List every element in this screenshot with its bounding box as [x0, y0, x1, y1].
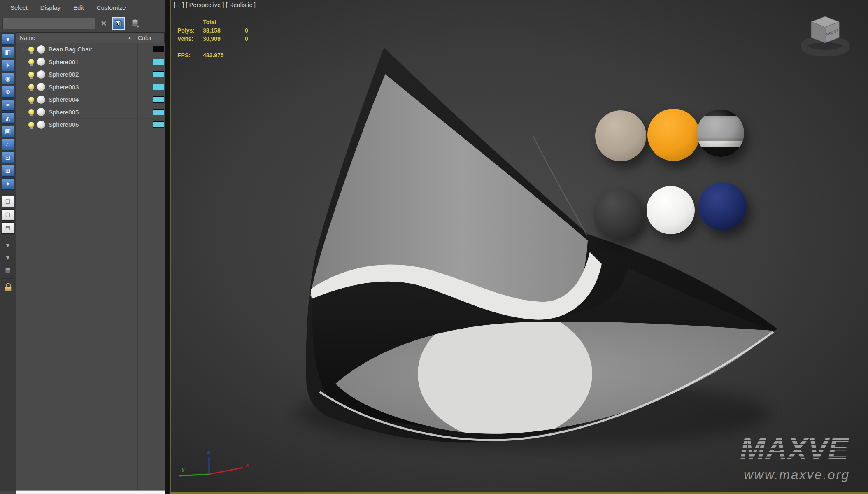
- object-sphere-icon: [37, 121, 45, 129]
- stats-total-header: Total: [203, 19, 245, 26]
- visibility-bulb-icon[interactable]: [28, 72, 34, 77]
- docked-panel-edge: [16, 490, 165, 494]
- menu-customize[interactable]: Customize: [97, 4, 126, 11]
- object-color-swatch[interactable]: [153, 71, 164, 77]
- object-sphere-icon: [37, 96, 45, 104]
- table-row[interactable]: Sphere001: [16, 56, 165, 69]
- display-helpers-icon[interactable]: ⊕: [2, 86, 14, 98]
- display-xrefs-icon[interactable]: ⊡: [2, 152, 14, 163]
- material-sphere-charcoal[interactable]: [593, 189, 643, 238]
- archive-icon[interactable]: ▦: [2, 265, 14, 275]
- display-cameras-icon[interactable]: ◉: [2, 73, 14, 84]
- verts-delta: 0: [245, 35, 262, 42]
- object-sphere-icon: [37, 83, 45, 91]
- visibility-bulb-icon[interactable]: [28, 84, 34, 90]
- object-color-swatch[interactable]: [153, 109, 164, 115]
- material-sphere-navy[interactable]: [698, 182, 747, 231]
- display-containers-icon[interactable]: ▣: [2, 126, 14, 137]
- visibility-bulb-icon[interactable]: [28, 59, 34, 65]
- visibility-bulb-icon[interactable]: [28, 109, 34, 115]
- toolbar-divider: [2, 193, 14, 193]
- object-name: Sphere006: [49, 121, 79, 128]
- search-input[interactable]: [2, 18, 95, 29]
- viewcube[interactable]: FRONT: [796, 8, 854, 58]
- object-color-swatch[interactable]: [153, 84, 164, 90]
- table-row[interactable]: Bean Bag Chair: [16, 43, 165, 56]
- filter-settings-icon[interactable]: ▼: [2, 252, 14, 263]
- material-sphere-orange[interactable]: [647, 109, 700, 161]
- display-shapes-icon[interactable]: ◧: [2, 47, 14, 58]
- material-sphere-white[interactable]: [647, 186, 695, 234]
- fps-label: FPS:: [177, 52, 203, 58]
- display-lights-icon[interactable]: ☀: [2, 60, 14, 71]
- viewport-label[interactable]: [ + ] [ Perspective ] [ Realistic ]: [174, 2, 256, 8]
- visibility-bulb-icon[interactable]: [28, 122, 34, 128]
- table-row[interactable]: Sphere002: [16, 68, 165, 81]
- menu-edit[interactable]: Edit: [73, 4, 84, 11]
- display-assemblies-icon[interactable]: ⊞: [2, 165, 14, 177]
- axis-y-label: y: [182, 465, 185, 472]
- visibility-bulb-icon[interactable]: [28, 47, 34, 52]
- world-axis-gizmo: z x y: [171, 436, 261, 494]
- menu-display[interactable]: Display: [40, 4, 61, 11]
- notes-icon[interactable]: ▤: [2, 196, 14, 207]
- tree-branch-line: [23, 81, 28, 93]
- object-name: Bean Bag Chair: [49, 46, 92, 53]
- material-sphere-striped-gray[interactable]: [697, 110, 744, 157]
- tree-branch-line: [23, 93, 28, 106]
- search-row: ✕: [0, 15, 165, 32]
- application-window: Select Display Edit Customize ✕: [0, 0, 868, 494]
- viewport-statistics: Total Polys: 33,158 0 Verts: 30,909 0 FP…: [177, 19, 262, 58]
- axis-z-label: z: [207, 448, 210, 455]
- toolbar-divider: [2, 278, 14, 279]
- script-note-icon[interactable]: ▤: [2, 222, 14, 234]
- watermark: MAXVE www.maxve.org: [714, 433, 850, 482]
- visibility-bulb-icon[interactable]: [28, 97, 34, 103]
- verts-label: Verts:: [177, 35, 203, 42]
- tree-branch-line: [23, 106, 28, 119]
- tree-branch-line: [23, 68, 28, 81]
- object-color-swatch[interactable]: [153, 46, 164, 52]
- viewport-canvas[interactable]: [ + ] [ Perspective ] [ Realistic ] Tota…: [170, 0, 868, 494]
- display-geometry-icon[interactable]: ●: [2, 33, 14, 45]
- funnel-icon: [114, 19, 123, 28]
- display-plugins-icon[interactable]: ✦: [2, 178, 14, 190]
- object-color-swatch[interactable]: [153, 96, 164, 103]
- tree-branch-line: [23, 56, 28, 68]
- display-space-warps-icon[interactable]: ≈: [2, 99, 14, 111]
- material-sphere-beige[interactable]: [595, 110, 646, 161]
- filter-funnel-icon[interactable]: ▼: [2, 240, 14, 251]
- blank-note-icon[interactable]: ▢: [2, 209, 14, 221]
- column-color[interactable]: Color: [135, 33, 164, 43]
- object-sphere-icon: [37, 58, 45, 66]
- object-name: Sphere001: [49, 58, 79, 65]
- display-groups-icon[interactable]: ◭: [2, 112, 14, 124]
- lock-icon[interactable]: [2, 282, 14, 292]
- object-list-region: Name ▲ Color Bean Bag Chair Sphere001 Sp…: [16, 32, 165, 491]
- table-row[interactable]: Sphere004: [16, 93, 165, 106]
- clear-search-icon[interactable]: ✕: [99, 19, 108, 28]
- category-toolbar: ●◧☀◉⊕≈◭▣∴⊡⊞✦▤▢▤▼▼▦: [0, 32, 16, 491]
- bean-bag-chair-object[interactable]: [171, 0, 868, 494]
- layer-stack-button[interactable]: [129, 17, 141, 30]
- object-color-swatch[interactable]: [153, 121, 164, 128]
- polys-delta: 0: [245, 27, 262, 34]
- layers-icon: [130, 19, 140, 28]
- axis-x-label: x: [246, 461, 249, 468]
- display-connections-icon[interactable]: ∴: [2, 139, 14, 150]
- object-name: Sphere005: [49, 109, 79, 116]
- table-row[interactable]: Sphere006: [16, 119, 165, 131]
- sort-ascending-icon: ▲: [128, 35, 132, 40]
- watermark-brand: MAXVE: [740, 433, 849, 466]
- column-name[interactable]: Name: [20, 35, 35, 41]
- menu-select[interactable]: Select: [10, 4, 28, 11]
- table-row[interactable]: Sphere003: [16, 81, 165, 94]
- explorer-menubar: Select Display Edit Customize: [0, 0, 165, 15]
- filter-button[interactable]: [112, 17, 125, 30]
- object-sphere-icon: [37, 45, 45, 54]
- object-color-swatch[interactable]: [153, 59, 164, 65]
- tree-branch-line: [23, 119, 28, 131]
- toolbar-divider: [2, 237, 14, 237]
- table-row[interactable]: Sphere005: [16, 106, 165, 119]
- object-sphere-icon: [37, 70, 45, 79]
